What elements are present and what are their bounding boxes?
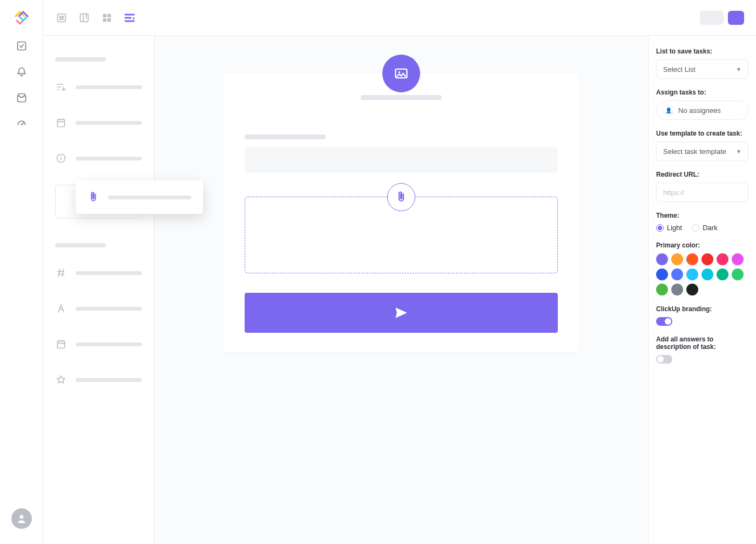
desc-label: Add all answers to description of task: <box>656 335 748 351</box>
color-swatches <box>656 253 748 295</box>
form-title-placeholder[interactable] <box>361 95 442 100</box>
redirect-url-input[interactable] <box>656 183 748 202</box>
chevron-down-icon: ▼ <box>736 66 741 72</box>
branding-label: ClickUp branding: <box>656 305 748 313</box>
inbox-icon[interactable] <box>16 92 28 104</box>
color-swatch[interactable] <box>701 268 713 280</box>
assign-label: Assign tasks to: <box>656 89 748 96</box>
settings-panel: List to save tasks: Select List ▼ Assign… <box>648 36 756 544</box>
template-label: Use template to create task: <box>656 130 748 137</box>
question-label-placeholder <box>245 135 326 139</box>
field-section-heading <box>55 243 106 247</box>
board-view-icon[interactable] <box>78 11 91 24</box>
attachment-icon <box>387 183 415 211</box>
assignee-value: No assignees <box>678 106 721 115</box>
list-label: List to save tasks: <box>656 48 748 55</box>
user-avatar[interactable] <box>11 508 32 529</box>
svg-rect-8 <box>107 18 111 21</box>
cover-image-button[interactable] <box>382 55 420 92</box>
list-select-value: Select List <box>663 65 696 73</box>
svg-rect-9 <box>57 119 64 126</box>
text-icon <box>55 303 67 314</box>
svg-rect-4 <box>80 14 89 22</box>
dashboards-icon[interactable] <box>16 118 28 130</box>
template-select[interactable]: Select task template ▼ <box>656 142 748 161</box>
color-swatch[interactable] <box>686 253 698 265</box>
color-swatch[interactable] <box>656 253 668 265</box>
color-swatch[interactable] <box>671 253 683 265</box>
theme-label: Theme: <box>656 212 748 219</box>
field-date[interactable] <box>43 109 154 136</box>
date-icon <box>55 338 67 350</box>
tasks-icon[interactable] <box>16 40 28 52</box>
star-icon <box>55 374 67 386</box>
hash-icon <box>55 267 67 279</box>
field-rating[interactable] <box>43 366 154 393</box>
svg-rect-0 <box>17 42 25 50</box>
template-select-value: Select task template <box>663 147 726 156</box>
date-icon <box>55 117 67 129</box>
attachment-dropzone[interactable] <box>245 197 558 273</box>
field-sort[interactable] <box>43 73 154 100</box>
color-swatch[interactable] <box>671 284 683 295</box>
submit-button[interactable] <box>245 293 558 333</box>
svg-rect-6 <box>107 14 111 17</box>
color-swatch[interactable] <box>656 268 668 280</box>
theme-dark-radio[interactable]: Dark <box>692 224 717 232</box>
svg-rect-11 <box>57 341 64 348</box>
text-answer-input[interactable] <box>245 147 558 173</box>
topbar <box>43 0 756 36</box>
svg-point-13 <box>399 71 401 73</box>
color-swatch[interactable] <box>717 253 728 265</box>
redirect-label: Redirect URL: <box>656 171 748 178</box>
color-label: Primary color: <box>656 241 748 249</box>
svg-rect-5 <box>103 14 106 17</box>
branding-toggle[interactable] <box>656 317 672 326</box>
list-select[interactable]: Select List ▼ <box>656 59 748 79</box>
field-section-heading <box>55 57 106 62</box>
form-view-icon[interactable] <box>123 11 136 24</box>
sort-icon <box>55 81 67 93</box>
svg-point-1 <box>21 124 22 125</box>
color-swatch[interactable] <box>717 268 728 280</box>
form-canvas <box>154 36 648 544</box>
notifications-icon[interactable] <box>16 66 28 78</box>
svg-rect-7 <box>103 18 106 21</box>
color-swatch[interactable] <box>686 284 698 295</box>
color-swatch[interactable] <box>732 253 744 265</box>
form-card <box>223 73 579 352</box>
field-info[interactable] <box>43 145 154 172</box>
field-text[interactable] <box>43 295 154 322</box>
description-toggle[interactable] <box>656 355 672 364</box>
svg-point-2 <box>19 515 23 519</box>
theme-light-radio[interactable]: Light <box>656 224 682 232</box>
topbar-pill-accent[interactable] <box>728 11 744 25</box>
attachment-icon <box>87 191 99 203</box>
list-view-icon[interactable] <box>55 11 68 24</box>
field-sidebar <box>43 36 154 544</box>
topbar-pill-light[interactable] <box>700 11 724 25</box>
assignee-select[interactable]: 👤 No assignees <box>656 100 748 120</box>
person-add-icon: 👤 <box>663 105 674 116</box>
field-number[interactable] <box>43 259 154 286</box>
dragging-field-attachment[interactable] <box>76 180 203 214</box>
color-swatch[interactable] <box>656 284 668 295</box>
color-swatch[interactable] <box>732 268 744 280</box>
color-swatch[interactable] <box>701 253 713 265</box>
color-swatch[interactable] <box>671 268 683 280</box>
clickup-logo[interactable] <box>14 10 30 26</box>
color-swatch[interactable] <box>686 268 698 280</box>
info-icon <box>55 152 67 164</box>
field-date-2[interactable] <box>43 331 154 358</box>
box-view-icon[interactable] <box>100 11 113 24</box>
app-rail <box>0 0 43 544</box>
chevron-down-icon: ▼ <box>736 149 741 155</box>
